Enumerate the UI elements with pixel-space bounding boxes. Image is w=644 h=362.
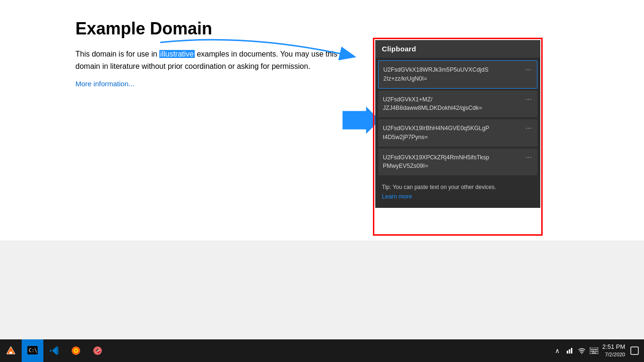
svg-rect-18 (594, 349, 594, 350)
clipboard-item-text: U2FsdGVkX18WRJk3m5P5uUVXCdjdS2Iz+zz/krUg… (383, 66, 524, 83)
clipboard-item[interactable]: U2FsdGVkX1+MZ/JZJ4B8daww8MLDKDokhl42/qjs… (378, 90, 537, 118)
taskbar-right: ∧ (553, 343, 644, 359)
svg-rect-12 (569, 349, 570, 354)
systray-keyboard-icon[interactable] (589, 346, 599, 355)
svg-text:C:\: C:\ (29, 348, 37, 353)
taskbar-choco-icon[interactable]: 🍫 (87, 339, 108, 362)
body-text-before: This domain is for use in (75, 50, 159, 58)
clipboard-tip: Tip: You can paste text on your other de… (375, 178, 540, 208)
svg-rect-22 (592, 351, 594, 352)
taskbar-terminal-icon[interactable]: C:\ (22, 339, 43, 362)
highlight-word: illustrative (159, 50, 195, 58)
svg-rect-17 (592, 349, 593, 350)
taskbar-vlc-icon[interactable] (0, 339, 22, 362)
page-body: This domain is for use in illustrative e… (75, 48, 339, 72)
taskbar-vscode-icon[interactable] (43, 339, 65, 362)
clipboard-header: Clipboard (375, 40, 540, 58)
systray-wifi-icon[interactable] (577, 346, 586, 355)
svg-rect-26 (631, 347, 638, 354)
clipboard-item[interactable]: U2FsdGVkX19IrBhH4N4GVE0q5KGLgPt4D5w2jP7P… (378, 119, 537, 147)
clipboard-item-menu-icon[interactable]: ··· (525, 153, 533, 162)
svg-rect-3 (9, 352, 12, 354)
more-info-link[interactable]: More information... (75, 80, 134, 88)
systray-network-icon[interactable] (565, 346, 574, 355)
clipboard-panel: Clipboard U2FsdGVkX18WRJk3m5P5uUVXCdjdS2… (375, 40, 540, 208)
systray-icons: ∧ (553, 346, 599, 355)
clipboard-item-menu-icon[interactable]: ··· (524, 66, 532, 74)
taskbar-left: C:\ 🍫 (0, 339, 108, 362)
taskbar: C:\ 🍫 ∧ (0, 339, 644, 362)
svg-rect-16 (591, 349, 592, 350)
svg-rect-21 (591, 351, 592, 352)
clipboard-tip-text: Tip: You can paste text on your other de… (382, 184, 496, 190)
clipboard-item[interactable]: U2FsdGVkX18WRJk3m5P5uUVXCdjdS2Iz+zz/krUg… (378, 60, 537, 89)
svg-text:🍫: 🍫 (95, 348, 101, 354)
notification-icon[interactable] (629, 345, 640, 356)
clock[interactable]: 2:51 PM 7/2/2020 (603, 343, 625, 359)
webpage-content: Example Domain This domain is for use in… (0, 0, 644, 240)
clipboard-items-list: U2FsdGVkX18WRJk3m5P5uUVXCdjdS2Iz+zz/krUg… (375, 58, 540, 178)
svg-rect-19 (595, 349, 596, 350)
svg-rect-24 (596, 351, 597, 352)
clipboard-item[interactable]: U2FsdGVkX19XPCkZRj4RmNH5ifsTkspPMwyEV5Zs… (378, 148, 537, 176)
clipboard-item-menu-icon[interactable]: ··· (525, 124, 533, 132)
clipboard-item-menu-icon[interactable]: ··· (525, 95, 533, 104)
page-title: Example Domain (75, 19, 569, 39)
svg-rect-23 (595, 351, 596, 352)
svg-rect-25 (592, 353, 596, 354)
clock-time: 2:51 PM (603, 343, 625, 351)
clipboard-learn-more-link[interactable]: Learn more (382, 192, 534, 201)
clipboard-item-text: U2FsdGVkX19XPCkZRj4RmNH5ifsTkspPMwyEV5Zs… (383, 153, 525, 171)
svg-point-14 (581, 353, 582, 354)
svg-rect-13 (571, 348, 572, 354)
svg-point-8 (75, 350, 77, 352)
taskbar-firefox-icon[interactable] (65, 339, 87, 362)
clipboard-item-text: U2FsdGVkX19IrBhH4N4GVE0q5KGLgPt4D5w2jP7P… (383, 124, 525, 142)
svg-rect-11 (567, 351, 568, 354)
clock-date: 7/2/2020 (603, 351, 625, 358)
svg-rect-20 (596, 349, 597, 350)
clipboard-item-text: U2FsdGVkX1+MZ/JZJ4B8daww8MLDKDokhl42/qjs… (383, 95, 525, 113)
systray-expand-icon[interactable]: ∧ (553, 346, 562, 355)
